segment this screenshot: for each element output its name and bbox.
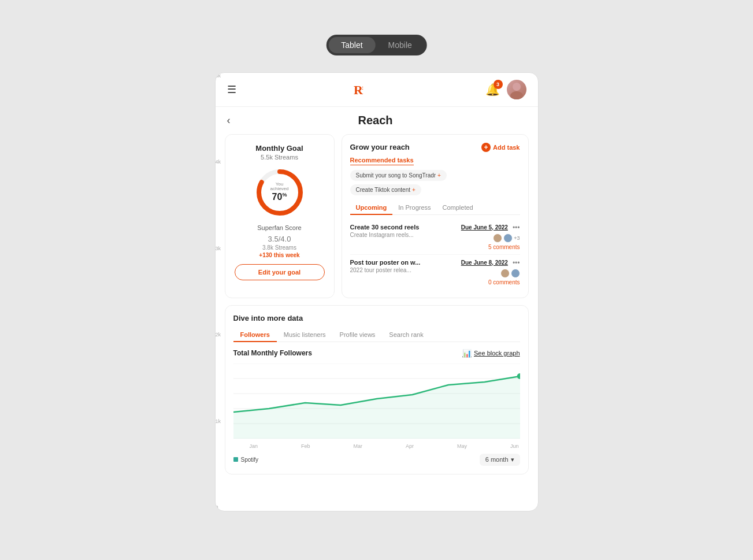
- legend-dot: [233, 457, 238, 462]
- task-more-2[interactable]: •••: [513, 259, 520, 267]
- mini-avatar-1a: [493, 233, 502, 243]
- app-header: ☰ R : 🔔 3: [216, 73, 538, 107]
- top-row: Monthly Goal 5.5k Streams You achieved 7…: [225, 134, 529, 298]
- task-item-1: Create 30 second reels Create Instagram …: [350, 220, 520, 255]
- grow-reach-header: Grow your reach + Add task: [350, 143, 520, 152]
- tab-music-listeners[interactable]: Music listeners: [277, 328, 333, 342]
- avatar-image: [507, 80, 526, 99]
- streams-label: 3.8k Streams: [235, 244, 325, 251]
- grow-reach-title: Grow your reach: [350, 143, 410, 151]
- back-button[interactable]: ‹: [227, 114, 231, 127]
- data-tabs: Followers Music listeners Profile views …: [233, 328, 520, 342]
- period-label: 6 month: [485, 456, 509, 463]
- mobile-button[interactable]: Mobile: [376, 37, 425, 53]
- monthly-goal-title: Monthly Goal: [235, 144, 325, 153]
- task-name-1: Create 30 second reels: [350, 224, 420, 231]
- tablet-button[interactable]: Tablet: [328, 37, 375, 53]
- monthly-goal-streams: 5.5k Streams: [235, 154, 325, 161]
- x-label-jun: Jun: [510, 443, 519, 449]
- avatar-extra-1: +3: [514, 235, 520, 241]
- chip-tiktok-label: Create Tiktok content: [356, 187, 411, 193]
- chart-area: Jan Feb Mar Apr May Jun: [233, 364, 520, 454]
- task-chips: Submit your song to SongTradr+ Create Ti…: [350, 170, 520, 195]
- task-left-2: Post tour poster on w... 2022 tour poste…: [350, 259, 421, 273]
- task-name-2: Post tour poster on w...: [350, 259, 421, 266]
- logo-icon: R :: [353, 81, 369, 98]
- task-desc-1: Create Instagram reels...: [350, 232, 420, 238]
- task-left-1: Create 30 second reels Create Instagram …: [350, 224, 420, 238]
- legend-spotify: Spotify: [233, 457, 259, 463]
- app-logo: R :: [353, 81, 369, 98]
- mini-avatar-2a: [500, 269, 510, 278]
- svg-text::: :: [362, 85, 363, 91]
- notification-badge: 3: [494, 80, 503, 89]
- x-label-may: May: [457, 443, 467, 449]
- see-block-graph-link[interactable]: 📊 See block graph: [462, 349, 520, 358]
- svg-marker-12: [233, 376, 520, 439]
- tab-followers[interactable]: Followers: [233, 328, 277, 342]
- chip-songtrade[interactable]: Submit your song to SongTradr+: [350, 170, 447, 181]
- task-more-1[interactable]: •••: [513, 224, 520, 232]
- y-label-2k: 2k: [216, 332, 221, 338]
- chip-tiktok-plus: +: [412, 187, 416, 193]
- donut-achieved-label: You achieved: [266, 182, 292, 192]
- y-label-4k: 4k: [216, 159, 221, 165]
- tab-completed[interactable]: Completed: [437, 201, 479, 215]
- add-task-button[interactable]: + Add task: [481, 143, 520, 152]
- tab-search-rank[interactable]: Search rank: [382, 328, 430, 342]
- avatar[interactable]: [507, 80, 526, 99]
- tab-in-progress[interactable]: In Progress: [392, 201, 436, 215]
- task-desc-2: 2022 tour poster relea...: [350, 267, 421, 273]
- y-label-1k: 1k: [216, 418, 221, 424]
- add-task-label: Add task: [493, 144, 520, 151]
- chip-plus: +: [437, 172, 441, 179]
- chart-title: Total Monthly Followers: [233, 349, 312, 357]
- superfan-score: 3.5/4.0: [235, 232, 325, 244]
- superfan-label: Superfan Score: [235, 224, 325, 231]
- edit-goal-button[interactable]: Edit your goal: [235, 264, 325, 280]
- donut-chart: You achieved 70%: [254, 166, 306, 218]
- chevron-down-icon: ▾: [511, 456, 514, 463]
- y-label-3k: 3k: [216, 246, 221, 251]
- svg-point-3: [510, 91, 523, 99]
- device-toggle[interactable]: Tablet Mobile: [326, 35, 427, 55]
- task-avatars-2: [451, 269, 520, 278]
- chip-songtrade-label: Submit your song to SongTradr: [356, 172, 436, 179]
- task-due-row-2: Due June 8, 2022 •••: [451, 259, 520, 267]
- svg-point-2: [513, 83, 521, 91]
- y-label-0: 0: [216, 505, 221, 510]
- task-item-2: Post tour poster on w... 2022 tour poste…: [350, 255, 520, 290]
- chip-tiktok[interactable]: Create Tiktok content+: [350, 184, 421, 195]
- data-section: Dive into more data Followers Music list…: [225, 305, 529, 474]
- page-title-bar: ‹ Reach: [216, 107, 538, 134]
- task-due-2: Due June 8, 2022: [461, 259, 508, 266]
- donut-center: You achieved 70%: [266, 182, 292, 202]
- monthly-goal-card: Monthly Goal 5.5k Streams You achieved 7…: [225, 134, 335, 298]
- x-label-jan: Jan: [250, 443, 258, 449]
- header-right: 🔔 3: [485, 80, 526, 99]
- tablet-frame: ☰ R : 🔔 3 ‹: [215, 72, 539, 511]
- tab-upcoming[interactable]: Upcoming: [350, 201, 393, 215]
- task-avatars-1: +3: [451, 233, 520, 243]
- line-chart-svg: [233, 364, 520, 439]
- chart-bar-icon: 📊: [462, 349, 472, 358]
- page-title: Reach: [236, 114, 515, 127]
- chart-plot: [233, 364, 520, 439]
- task-due-1: Due June 5, 2022: [461, 224, 508, 231]
- this-week-label: +130 this week: [235, 252, 325, 258]
- task-due-row-1: Due June 5, 2022 •••: [451, 224, 520, 232]
- menu-icon[interactable]: ☰: [227, 83, 236, 96]
- chart-footer: Spotify 6 month ▾: [233, 454, 520, 466]
- task-comments-2[interactable]: 0 comments: [451, 279, 520, 285]
- legend-label: Spotify: [241, 457, 259, 463]
- y-axis: 5k 4k 3k 2k 1k 0: [216, 73, 221, 511]
- data-section-title: Dive into more data: [233, 314, 520, 322]
- x-label-feb: Feb: [301, 443, 310, 449]
- task-comments-1[interactable]: 5 comments: [451, 244, 520, 250]
- period-select[interactable]: 6 month ▾: [480, 454, 520, 466]
- see-block-graph-label: See block graph: [474, 350, 520, 357]
- donut-percentage: 70%: [266, 192, 292, 203]
- notification-bell[interactable]: 🔔 3: [485, 83, 500, 97]
- tab-profile-views[interactable]: Profile views: [333, 328, 383, 342]
- main-content: Monthly Goal 5.5k Streams You achieved 7…: [216, 134, 538, 484]
